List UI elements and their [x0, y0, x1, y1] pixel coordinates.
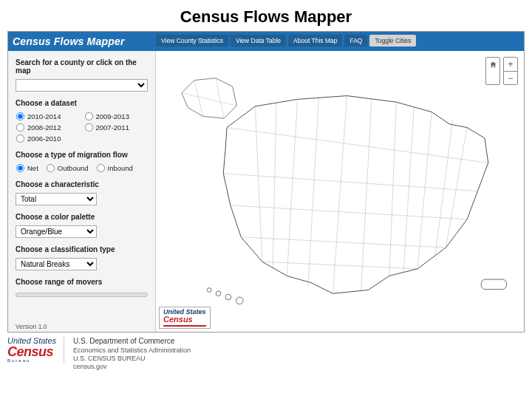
map-controls: + −	[485, 57, 518, 85]
page-title: Census Flows Mapper	[0, 0, 532, 31]
dataset-option-2009-2013[interactable]: 2009-2013	[84, 112, 149, 121]
svg-point-1	[216, 291, 221, 296]
us-county-map[interactable]	[163, 57, 516, 311]
dataset-label: Choose a dataset	[16, 99, 148, 107]
search-label: Search for a county or click on the map	[16, 58, 148, 75]
svg-point-2	[225, 294, 231, 300]
range-slider[interactable]	[16, 293, 148, 297]
home-button[interactable]	[486, 58, 499, 71]
flow-option-inbound[interactable]: Inbound	[96, 163, 133, 173]
classification-select[interactable]: Natural Breaks	[16, 258, 97, 270]
census-logo: United States Census Bureau	[7, 337, 64, 363]
svg-point-3	[236, 297, 243, 304]
dataset-option-2008-2012[interactable]: 2008-2012	[16, 123, 80, 132]
footer-text: U.S. Department of Commerce Economics an…	[73, 337, 191, 371]
characteristic-label: Choose a characteristic	[16, 180, 148, 188]
footer: United States Census Bureau U.S. Departm…	[7, 337, 525, 371]
dataset-option-2006-2010[interactable]: 2006-2010	[16, 134, 80, 143]
tab-view-data-table[interactable]: View Data Table	[231, 35, 286, 47]
zoom-out-button[interactable]: −	[504, 71, 517, 84]
svg-rect-4	[481, 279, 506, 289]
version-label: Version 1.0	[16, 323, 47, 330]
tab-toggle-cities[interactable]: Toggle Cities	[369, 35, 416, 47]
map-corner-logo: United States Census	[159, 307, 211, 329]
palette-label: Choose a color palette	[16, 213, 148, 221]
svg-point-0	[207, 288, 211, 293]
county-search-select[interactable]	[16, 79, 148, 92]
flow-option-outbound[interactable]: Outbound	[46, 163, 89, 173]
zoom-in-button[interactable]: +	[504, 58, 517, 71]
tab-view-county-statistics[interactable]: View County Statistics	[156, 35, 228, 47]
flow-option-net[interactable]: Net	[16, 163, 38, 173]
plus-icon: +	[508, 59, 513, 69]
minus-icon: −	[508, 73, 513, 83]
flow-type-label: Choose a type of migration flow	[16, 151, 148, 159]
palette-select[interactable]: Orange/Blue	[16, 225, 97, 238]
tab-faq[interactable]: FAQ	[344, 35, 367, 47]
range-label: Choose range of movers	[16, 278, 148, 286]
tab-bar: View County Statistics View Data Table A…	[156, 35, 416, 47]
sidebar: Search for a county or click on the map …	[8, 32, 156, 332]
flow-radio-group: Net Outbound Inbound	[16, 163, 148, 173]
app-title: Census Flows Mapper	[13, 35, 125, 47]
dataset-radio-group: 2010-2014 2009-2013 2008-2012 2007-2011 …	[16, 112, 148, 143]
dataset-option-2007-2011[interactable]: 2007-2011	[84, 123, 149, 132]
map-area[interactable]: + − United States Census	[156, 51, 524, 332]
app-window: Census Flows Mapper View County Statisti…	[7, 31, 525, 332]
tab-about-this-map[interactable]: About This Map	[288, 35, 342, 47]
characteristic-select[interactable]: Total	[16, 193, 97, 205]
classification-label: Choose a classification type	[16, 245, 148, 253]
home-icon	[489, 61, 497, 69]
dataset-option-2010-2014[interactable]: 2010-2014	[16, 112, 80, 121]
